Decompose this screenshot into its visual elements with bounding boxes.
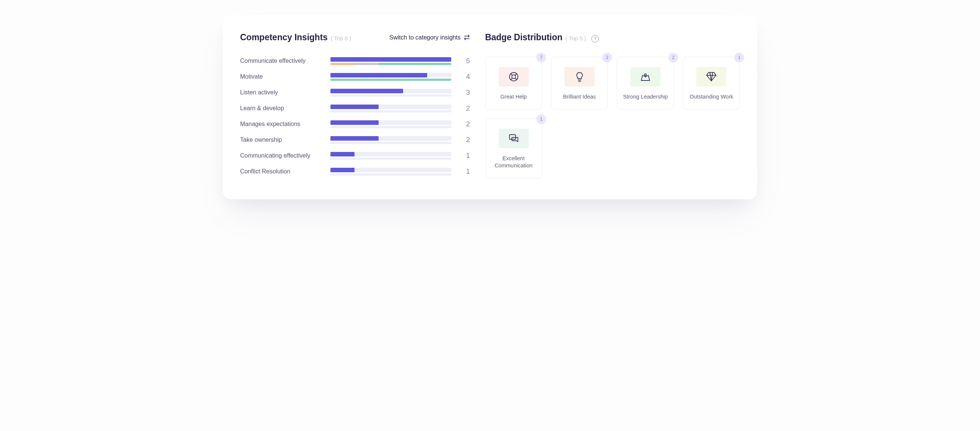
badge-card[interactable]: 2Strong Leadership: [617, 57, 674, 109]
competency-bar-main: [331, 168, 451, 172]
badge-subtitle: ( Top 5 ): [566, 35, 586, 41]
switch-insights-label: Switch to category insights: [389, 34, 460, 41]
competency-value: 5: [459, 57, 470, 65]
swap-icon: [464, 34, 470, 41]
badge-grid: 7Great Help2Brilliant Ideas2Strong Leade…: [485, 57, 740, 178]
competency-value: 1: [459, 152, 470, 160]
competency-header: Competency Insights ( Top 8 ) Switch to …: [240, 32, 470, 43]
competency-row: Communicating effectively1: [240, 152, 470, 160]
competency-bars: [331, 152, 451, 160]
competency-bar-sub: [331, 79, 451, 81]
competency-bar-sub: [331, 110, 451, 113]
competency-bar-fill: [331, 120, 379, 125]
badge-count: 2: [668, 53, 678, 62]
lifebuoy-icon: [499, 67, 529, 87]
competency-value: 2: [459, 120, 470, 128]
competency-row: Take ownership2: [240, 136, 470, 144]
competency-bar-fill: [331, 152, 355, 157]
competency-bars: [331, 120, 451, 128]
competency-subtitle: ( Top 8 ): [331, 35, 352, 41]
competency-bar-main: [331, 105, 451, 109]
competency-label: Motivate: [240, 73, 323, 80]
competency-bar-fill: [331, 89, 403, 93]
badge-title: Badge Distribution: [485, 32, 563, 43]
competency-bar-sub-seg: [379, 63, 451, 65]
competency-bar-sub: [331, 158, 451, 160]
map-pin-icon: [630, 67, 660, 87]
competency-bar-main: [331, 136, 451, 141]
competency-value: 1: [459, 167, 470, 176]
badge-count: 1: [734, 53, 744, 62]
badge-label: Outstanding Work: [689, 93, 733, 101]
competency-bar-main: [331, 89, 451, 93]
competency-label: Manages expectations: [240, 121, 323, 127]
competency-value: 2: [459, 104, 470, 113]
competency-bar-sub: [331, 63, 451, 65]
competency-list: Communicate effectively5Motivate4Listen …: [240, 57, 470, 176]
competency-label: Learn & develop: [240, 105, 323, 112]
competency-value: 4: [459, 73, 470, 81]
competency-bar-fill: [331, 105, 379, 109]
competency-bar-sub: [331, 126, 451, 128]
competency-bar-main: [331, 152, 451, 157]
competency-bar-sub: [331, 173, 451, 176]
competency-label: Communicate effectively: [240, 57, 323, 64]
competency-row: Conflict Resolution1: [240, 167, 470, 176]
badge-label: Strong Leadership: [623, 93, 668, 101]
switch-insights-link[interactable]: Switch to category insights: [389, 34, 470, 41]
badge-count: 1: [536, 114, 546, 124]
competency-bar-sub-seg: [355, 63, 379, 65]
competency-label: Listen actively: [240, 89, 323, 96]
competency-row: Manages expectations2: [240, 120, 470, 128]
diamond-icon: [696, 67, 726, 87]
competency-title: Competency Insights: [240, 32, 328, 43]
chat-icon: [499, 128, 529, 148]
competency-row: Listen actively3: [240, 89, 470, 97]
competency-bar-fill: [331, 57, 451, 62]
badge-card[interactable]: 2Brilliant Ideas: [551, 57, 608, 109]
competency-row: Motivate4: [240, 73, 470, 81]
badge-label: Excellent Communication: [491, 155, 536, 170]
competency-bar-fill: [331, 73, 427, 78]
competency-bar-main: [331, 120, 451, 125]
competency-row: Communicate effectively5: [240, 57, 470, 65]
competency-bar-sub-seg: [331, 79, 451, 81]
competency-bars: [331, 73, 451, 81]
badge-card[interactable]: 1Outstanding Work: [683, 57, 740, 109]
badge-title-wrap: Badge Distribution ( Top 5 ) ?: [485, 32, 599, 43]
competency-bars: [331, 168, 451, 176]
competency-bar-main: [331, 73, 451, 78]
competency-bars: [331, 105, 451, 113]
competency-bar-sub: [331, 142, 451, 144]
badge-count: 2: [602, 53, 612, 62]
badge-card[interactable]: 1Excellent Communication: [485, 119, 542, 178]
competency-bar-sub: [331, 94, 451, 97]
badge-label: Great Help: [500, 93, 527, 101]
competency-row: Learn & develop2: [240, 104, 470, 113]
bulb-icon: [565, 67, 595, 87]
competency-value: 3: [459, 89, 470, 97]
competency-bars: [331, 136, 451, 144]
competency-bar-fill: [331, 168, 355, 172]
badge-card[interactable]: 7Great Help: [485, 57, 542, 109]
competency-title-wrap: Competency Insights ( Top 8 ): [240, 32, 351, 43]
competency-label: Communicating effectively: [240, 152, 323, 159]
badge-section: Badge Distribution ( Top 5 ) ? 7Great He…: [485, 32, 740, 178]
help-icon[interactable]: ?: [591, 35, 599, 43]
competency-bars: [331, 57, 451, 65]
competency-bars: [331, 89, 451, 97]
competency-value: 2: [459, 136, 470, 144]
dashboard-card: Competency Insights ( Top 8 ) Switch to …: [223, 15, 757, 199]
badge-header: Badge Distribution ( Top 5 ) ?: [485, 32, 740, 43]
competency-bar-main: [331, 57, 451, 62]
competency-section: Competency Insights ( Top 8 ) Switch to …: [240, 32, 470, 178]
competency-label: Conflict Resolution: [240, 168, 323, 175]
badge-count: 7: [536, 53, 546, 62]
competency-bar-fill: [331, 136, 379, 141]
competency-label: Take ownership: [240, 136, 323, 143]
competency-bar-sub-seg: [331, 63, 355, 65]
badge-label: Brilliant Ideas: [563, 93, 596, 101]
